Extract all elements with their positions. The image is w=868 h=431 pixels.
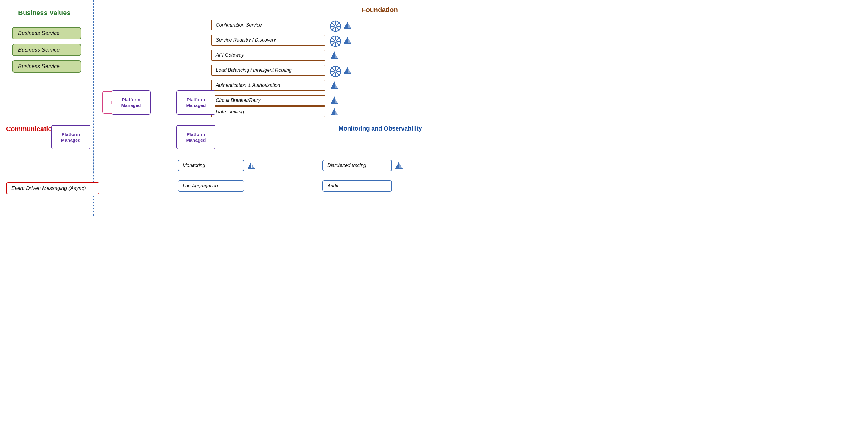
svg-line-22 <box>331 43 334 45</box>
monitoring-box: Monitoring <box>178 160 244 171</box>
svg-line-8 <box>337 22 340 25</box>
helm-icon-config <box>330 21 341 32</box>
svg-marker-54 <box>396 161 399 168</box>
svg-rect-41 <box>344 73 351 74</box>
sail-icon-api-gateway <box>330 51 339 60</box>
divider-horizontal <box>0 118 434 118</box>
event-driven-messaging: Event Driven Messaging (Async) <box>6 182 99 194</box>
business-service-3: Business Service <box>12 60 82 73</box>
sail-icon-auth <box>330 81 339 90</box>
svg-point-30 <box>334 70 337 73</box>
svg-marker-55 <box>399 163 402 168</box>
svg-marker-39 <box>344 66 348 73</box>
svg-marker-46 <box>335 98 338 103</box>
svg-marker-45 <box>331 96 335 103</box>
svg-rect-12 <box>344 28 351 29</box>
foundation-auth: Authentication & Authorization <box>211 80 326 91</box>
foundation-load-balancing: Load Balancing / Intelligent Routing <box>211 65 326 75</box>
svg-marker-27 <box>335 53 338 58</box>
title-business-values: Business Values <box>18 9 70 17</box>
svg-line-38 <box>331 73 334 75</box>
svg-rect-28 <box>331 58 338 59</box>
sail-icon-tracing <box>394 161 404 171</box>
foundation-rate-limiting: Rate Limiting <box>211 106 326 117</box>
foundation-api-gateway: API Gateway <box>211 50 326 61</box>
distributed-tracing-box: Distributed tracing <box>322 160 392 171</box>
sail-icon-rate <box>330 107 339 117</box>
business-service-1: Business Service <box>12 27 82 39</box>
svg-marker-26 <box>331 51 335 58</box>
foundation-service-registry: Service Registry / Discovery <box>211 35 326 45</box>
svg-line-7 <box>337 28 340 30</box>
platform-managed-1: Platform Managed <box>112 90 151 115</box>
svg-marker-48 <box>331 108 335 115</box>
log-aggregation-box: Log Aggregation <box>178 180 244 192</box>
svg-line-20 <box>337 43 340 45</box>
svg-marker-10 <box>344 21 348 28</box>
svg-marker-24 <box>348 38 351 43</box>
foundation-config-service: Configuration Service <box>211 20 326 30</box>
platform-managed-4: Platform Managed <box>176 125 216 149</box>
svg-marker-51 <box>248 161 251 168</box>
svg-point-14 <box>334 40 337 43</box>
svg-rect-56 <box>396 168 403 169</box>
sail-icon-circuit <box>330 96 339 105</box>
audit-box: Audit <box>322 180 392 192</box>
diagram-container: Business Values Foundation Communication… <box>0 0 434 216</box>
svg-rect-44 <box>331 88 338 89</box>
title-monitoring: Monitoring and Observability <box>338 125 422 132</box>
helm-icon-registry <box>330 36 341 47</box>
title-foundation: Foundation <box>362 6 398 14</box>
sail-icon-registry <box>343 36 352 45</box>
svg-line-19 <box>331 37 334 40</box>
sail-icon-config <box>343 21 352 30</box>
helm-icon-lb <box>330 66 341 77</box>
svg-line-21 <box>337 37 340 40</box>
svg-line-35 <box>331 67 334 70</box>
sail-icon-lb <box>343 66 352 75</box>
platform-managed-3: Platform Managed <box>51 125 90 149</box>
svg-line-6 <box>331 22 334 25</box>
sail-icon-monitoring <box>247 161 256 171</box>
svg-marker-23 <box>344 36 348 43</box>
title-communication: Communication <box>6 125 56 133</box>
svg-rect-50 <box>331 115 338 116</box>
svg-marker-40 <box>348 68 351 73</box>
svg-rect-53 <box>248 168 255 169</box>
business-service-2: Business Service <box>12 44 82 56</box>
svg-marker-52 <box>252 163 254 168</box>
svg-point-1 <box>334 25 337 28</box>
svg-marker-49 <box>335 110 338 115</box>
svg-marker-42 <box>331 81 335 88</box>
svg-line-9 <box>331 28 334 30</box>
svg-marker-43 <box>335 83 338 88</box>
svg-line-37 <box>337 67 340 70</box>
foundation-circuit-breaker: Circuit Breaker/Retry <box>211 95 326 106</box>
svg-marker-11 <box>348 23 351 28</box>
svg-rect-25 <box>344 43 351 44</box>
svg-line-36 <box>337 73 340 75</box>
platform-managed-2: Platform Managed <box>176 90 216 115</box>
svg-rect-47 <box>331 103 338 104</box>
